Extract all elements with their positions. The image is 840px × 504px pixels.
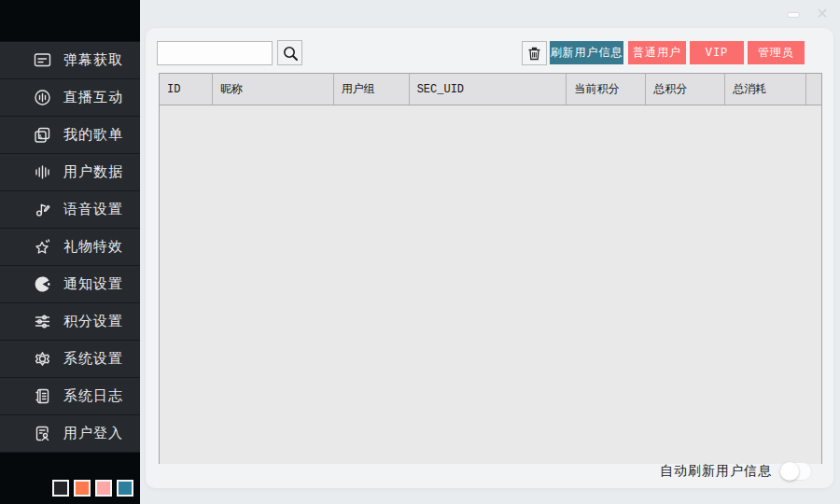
close-button[interactable]: ✕ (814, 3, 831, 23)
sidebar: 弹幕获取 直播互动 A 我的歌单 用户数据 语音设置 (0, 0, 140, 504)
sidebar-item-playlist[interactable]: A 我的歌单 (0, 117, 140, 154)
search-input[interactable] (157, 41, 273, 65)
sidebar-item-label: 系统日志 (63, 387, 123, 405)
sidebar-item-label: 语音设置 (63, 201, 123, 218)
sidebar-menu: 弹幕获取 直播互动 A 我的歌单 用户数据 语音设置 (0, 41, 140, 453)
vip-button[interactable]: VIP (690, 41, 744, 64)
column-header-total-spent[interactable]: 总消耗 (725, 74, 806, 105)
panel-footer: 自动刷新用户信息 (146, 455, 833, 488)
search-icon (282, 45, 299, 62)
table-body-empty (160, 105, 821, 464)
sidebar-item-label: 直播互动 (63, 89, 123, 106)
sidebar-item-label: 积分设置 (63, 313, 123, 330)
svg-text:A: A (38, 133, 43, 140)
column-header-id[interactable]: ID (160, 74, 213, 105)
user-login-icon (34, 425, 51, 442)
sidebar-item-label: 用户登入 (63, 425, 123, 442)
voice-settings-icon (34, 201, 51, 218)
sidebar-item-user-login[interactable]: 用户登入 (0, 415, 140, 453)
sidebar-item-label: 用户数据 (63, 163, 123, 181)
admin-button[interactable]: 管理员 (748, 41, 805, 64)
table-header-row: ID 昵称 用户组 SEC_UID 当前积分 总积分 总消耗 (160, 74, 821, 105)
auto-refresh-label: 自动刷新用户信息 (660, 463, 772, 480)
sidebar-item-voice-settings[interactable]: 语音设置 (0, 191, 140, 229)
column-header-nickname[interactable]: 昵称 (213, 74, 334, 105)
playlist-icon: A (34, 126, 51, 144)
sidebar-item-user-data[interactable]: 用户数据 (0, 154, 140, 191)
sidebar-item-system-log[interactable]: 系统日志 (0, 378, 140, 415)
search-button[interactable] (277, 40, 302, 65)
column-header-current-points[interactable]: 当前积分 (567, 74, 646, 105)
gift-effects-icon (34, 238, 51, 256)
column-header-sec-uid[interactable]: SEC_UID (410, 74, 567, 105)
delete-users-button[interactable] (522, 41, 547, 65)
theme-swatch-dark[interactable] (52, 480, 69, 497)
column-header-total-points[interactable]: 总积分 (646, 74, 725, 105)
theme-swatch-row (52, 480, 133, 497)
sidebar-item-points-settings[interactable]: 积分设置 (0, 303, 140, 341)
theme-swatch-teal[interactable] (117, 480, 133, 497)
sidebar-item-label: 礼物特效 (63, 238, 123, 256)
sidebar-item-system-settings[interactable]: 系统设置 (0, 341, 140, 378)
normal-user-button[interactable]: 普通用户 (628, 41, 686, 64)
trash-icon (526, 46, 542, 62)
toggle-knob (780, 462, 799, 481)
sidebar-item-notification-settings[interactable]: 通知设置 (0, 266, 140, 303)
refresh-user-info-button[interactable]: 刷新用户信息 (550, 41, 623, 64)
auto-refresh-toggle[interactable] (780, 462, 812, 481)
titlebar: ✕ (140, 0, 840, 28)
user-data-icon (34, 163, 51, 181)
sidebar-item-danmu[interactable]: 弹幕获取 (0, 42, 140, 79)
main-panel: 刷新用户信息 普通用户 VIP 管理员 ID 昵称 用户组 SEC_UID 当前… (146, 28, 833, 488)
minimize-button[interactable] (787, 12, 800, 18)
danmu-icon (34, 51, 51, 69)
user-table: ID 昵称 用户组 SEC_UID 当前积分 总积分 总消耗 (159, 73, 822, 464)
system-log-icon (34, 387, 51, 405)
sidebar-item-live-interact[interactable]: 直播互动 (0, 79, 140, 117)
theme-swatch-coral[interactable] (74, 480, 91, 497)
notification-settings-icon (34, 275, 51, 293)
column-header-filler (806, 74, 821, 105)
sidebar-item-label: 通知设置 (63, 275, 123, 293)
sidebar-item-label: 弹幕获取 (63, 51, 123, 69)
sidebar-item-label: 系统设置 (63, 350, 123, 368)
sidebar-item-label: 我的歌单 (63, 126, 123, 144)
live-interact-icon (34, 89, 51, 106)
points-settings-icon (34, 313, 51, 330)
theme-swatch-pink[interactable] (95, 480, 112, 497)
sidebar-item-gift-effects[interactable]: 礼物特效 (0, 229, 140, 266)
column-header-usergroup[interactable]: 用户组 (334, 74, 410, 105)
system-settings-icon (34, 350, 51, 368)
